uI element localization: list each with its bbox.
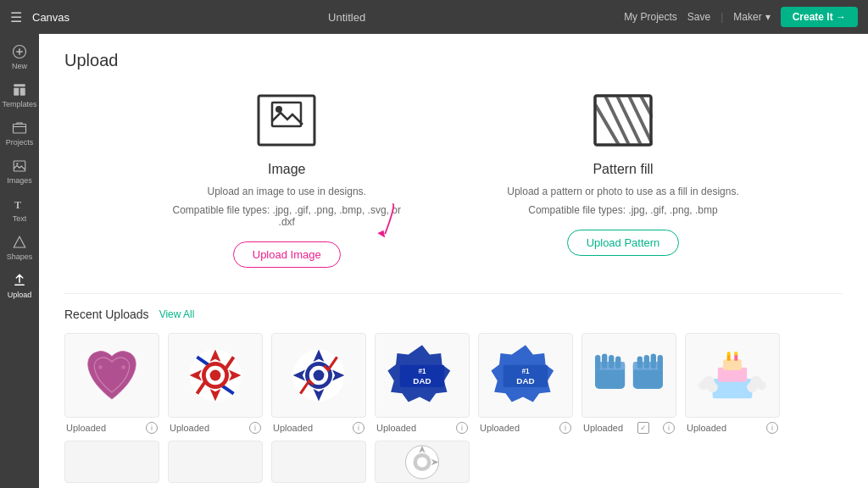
info-icon-1[interactable]: i (146, 422, 158, 434)
upload-thumb-5: #1 DAD Uploaded i (478, 333, 573, 434)
svg-point-56 (734, 352, 737, 356)
topbar: ☰ Canvas Untitled My Projects Save | Mak… (0, 0, 868, 34)
svg-point-8 (16, 163, 18, 164)
sidebar-item-new[interactable]: New (0, 39, 39, 75)
upload-thumb-img-row2-4[interactable] (375, 441, 470, 483)
info-icon-6[interactable]: i (663, 422, 675, 434)
sidebar-item-shapes[interactable]: Shapes (0, 230, 39, 266)
images-icon (12, 158, 27, 174)
svg-rect-46 (658, 355, 663, 370)
content-area: Upload Image Upload an image to use in d… (39, 34, 868, 488)
upload-thumb-img-7[interactable] (685, 333, 780, 418)
svg-point-61 (757, 380, 766, 390)
upload-pattern-button[interactable]: Upload Pattern (567, 230, 680, 256)
recent-uploads-section: Recent Uploads View All Uplo (64, 293, 843, 487)
upload-thumb-2: Uploaded i (168, 333, 263, 434)
save-button[interactable]: Save (687, 11, 710, 23)
info-icon-3[interactable]: i (353, 422, 364, 434)
image-upload-card: Image Upload an image to use in designs.… (168, 91, 405, 268)
svg-point-20 (98, 365, 103, 369)
upload-thumb-row2-4 (375, 441, 470, 487)
main-layout: New Templates Projects Images T Text Sha… (0, 34, 868, 488)
info-icon-4[interactable]: i (456, 422, 468, 434)
svg-rect-11 (272, 103, 301, 126)
svg-rect-52 (723, 359, 742, 369)
upload-thumb-img-4[interactable]: #1 DAD (375, 333, 470, 418)
upload-thumb-img-6[interactable] (581, 333, 676, 418)
svg-line-17 (629, 96, 653, 145)
page-title: Upload (64, 51, 843, 70)
upload-thumb-label-5: Uploaded i (478, 422, 573, 434)
projects-icon (12, 120, 27, 136)
svg-rect-41 (602, 353, 607, 369)
svg-rect-3 (14, 84, 25, 86)
templates-icon (12, 82, 27, 97)
svg-point-62 (747, 382, 757, 392)
svg-text:#1: #1 (521, 368, 530, 375)
uploads-grid-row2 (64, 441, 843, 487)
sidebar-item-text[interactable]: T Text (0, 191, 39, 228)
view-all-link[interactable]: View All (159, 308, 195, 320)
upload-thumb-6: Uploaded ✓ i (581, 333, 676, 434)
upload-thumb-img-3[interactable] (271, 333, 366, 418)
svg-text:DAD: DAD (413, 376, 431, 385)
svg-rect-4 (14, 88, 19, 96)
upload-thumb-row2-2 (168, 441, 263, 487)
upload-thumb-row2-1 (64, 441, 159, 487)
svg-point-25 (210, 370, 221, 381)
pattern-upload-card: Pattern fill Upload a pattern or photo t… (507, 91, 739, 268)
svg-rect-7 (14, 161, 25, 171)
sidebar-item-templates[interactable]: Templates (0, 77, 39, 114)
sidebar: New Templates Projects Images T Text Sha… (0, 34, 39, 488)
sidebar-item-images[interactable]: Images (0, 153, 39, 190)
pattern-upload-title: Pattern fill (593, 162, 653, 177)
document-title[interactable]: Untitled (80, 11, 614, 24)
upload-thumb-label-3: Uploaded i (271, 422, 366, 434)
maker-selector[interactable]: Maker ▾ (733, 11, 770, 23)
upload-thumb-label-2: Uploaded i (168, 422, 263, 434)
upload-icon (12, 273, 27, 288)
svg-rect-40 (595, 355, 600, 370)
info-icon-7[interactable]: i (766, 422, 778, 434)
upload-thumb-img-1[interactable] (64, 333, 159, 418)
upload-thumb-1: Uploaded i (64, 333, 159, 434)
upload-btn-wrapper: Upload Image (233, 241, 341, 268)
upload-thumb-7: Uploaded i (685, 333, 780, 434)
info-icon-2[interactable]: i (249, 422, 261, 434)
upload-thumb-label-7: Uploaded i (685, 422, 780, 434)
upload-thumb-label-4: Uploaded i (375, 422, 470, 434)
svg-rect-43 (615, 357, 620, 369)
upload-image-button[interactable]: Upload Image (233, 241, 341, 268)
sidebar-item-upload[interactable]: Upload (0, 268, 39, 304)
svg-rect-42 (609, 355, 614, 369)
upload-thumb-img-row2-2[interactable] (168, 441, 263, 483)
uploads-grid: Uploaded i (64, 333, 843, 434)
upload-thumb-4: #1 DAD Uploaded i (375, 333, 470, 434)
menu-icon[interactable]: ☰ (10, 9, 22, 25)
svg-rect-49 (637, 357, 643, 369)
info-icon-5[interactable]: i (559, 422, 571, 434)
svg-rect-5 (20, 88, 25, 96)
recent-title: Recent Uploads (64, 308, 149, 321)
upload-thumb-row2-3 (271, 441, 366, 487)
check-icon-6[interactable]: ✓ (637, 422, 649, 434)
upload-thumb-img-row2-1[interactable] (64, 441, 159, 483)
svg-rect-47 (651, 353, 656, 369)
upload-thumb-3: Uploaded i (271, 333, 366, 434)
create-button[interactable]: Create It → (781, 7, 858, 27)
upload-thumb-img-2[interactable] (168, 333, 263, 418)
svg-point-55 (727, 352, 731, 356)
upload-thumb-img-5[interactable]: #1 DAD (478, 333, 573, 418)
upload-thumb-label-1: Uploaded i (64, 422, 159, 434)
svg-point-59 (707, 382, 717, 392)
my-projects-link[interactable]: My Projects (624, 11, 677, 23)
recent-header: Recent Uploads View All (64, 308, 843, 321)
svg-point-21 (121, 365, 125, 369)
upload-thumb-img-row2-3[interactable] (271, 441, 366, 483)
upload-cards: Image Upload an image to use in designs.… (64, 91, 843, 268)
image-upload-filetypes: Compatible file types: .jpg, .gif, .png,… (168, 204, 405, 228)
svg-point-29 (314, 370, 325, 381)
pattern-upload-filetypes: Compatible file types: .jpg, .gif, .png,… (528, 204, 717, 216)
sidebar-item-projects[interactable]: Projects (0, 115, 39, 152)
svg-line-16 (617, 96, 641, 145)
